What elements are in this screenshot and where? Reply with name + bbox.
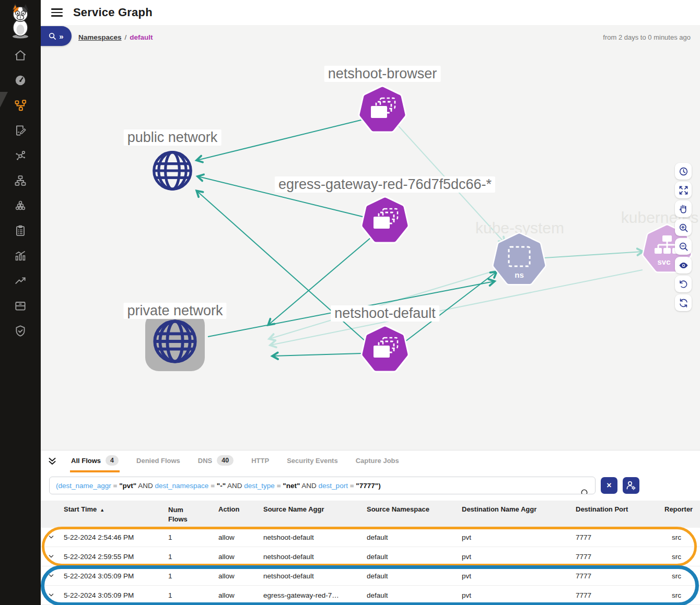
cell-dest-name-aggr: pvt	[462, 553, 576, 561]
cell-source-name-aggr: netshoot-default	[263, 553, 367, 561]
col-source-name-aggr[interactable]: Source Name Aggr	[263, 505, 367, 513]
cell-dest-port: 7777	[576, 533, 664, 541]
cell-reporter: src	[672, 591, 700, 599]
sidebar-item-trends[interactable]	[0, 268, 41, 293]
graph-toolbar	[675, 163, 692, 311]
table-row[interactable]: 5-22-2024 2:59:55 PM 1 allow netshoot-de…	[41, 547, 700, 566]
sidebar-item-clusters[interactable]	[0, 193, 41, 218]
cell-num-flows: 1	[168, 572, 218, 580]
zoom-in-button[interactable]	[675, 219, 692, 236]
tab-capture-jobs[interactable]: Capture Jobs	[355, 450, 400, 472]
node-label: egress-gateway-red-76d7f5dc66-*	[275, 176, 495, 193]
graph-edge[interactable]	[273, 353, 362, 356]
graph-edge[interactable]	[197, 120, 363, 160]
sidebar-item-security[interactable]	[0, 318, 41, 343]
refresh-icon	[679, 298, 689, 308]
cell-dest-port: 7777	[576, 591, 664, 599]
graph-node-egress-gateway[interactable]: egress-gateway-red-76d7f5dc66-*	[360, 196, 410, 246]
col-action[interactable]: Action	[218, 505, 263, 513]
table-row[interactable]: 5-22-2024 2:54:46 PM 1 allow netshoot-de…	[41, 528, 700, 547]
sidebar-item-dashboard[interactable]	[0, 68, 41, 93]
collapse-panel-button[interactable]	[47, 456, 57, 467]
sidebar-item-service-graph[interactable]	[0, 93, 41, 118]
table-row[interactable]: 5-22-2024 3:05:09 PM 1 allow netshoot-de…	[41, 566, 700, 586]
graph-node-public-network[interactable]: public network	[150, 149, 194, 193]
table-row[interactable]: 5-22-2024 3:05:09 PM 1 allow egress-gate…	[41, 586, 700, 605]
cell-source-name-aggr: netshoot-default	[263, 533, 367, 541]
graph-edge[interactable]	[544, 252, 643, 258]
undo-icon	[679, 279, 689, 289]
undo-button[interactable]	[675, 276, 692, 292]
col-source-namespace[interactable]: Source Namespace	[367, 505, 462, 513]
cell-source-name-aggr: netshoot-default	[263, 572, 367, 580]
graph-node-kube-system[interactable]: ns	[491, 232, 547, 288]
search-icon	[565, 481, 590, 494]
tab-badge: 40	[217, 455, 234, 466]
search-icon	[49, 32, 56, 40]
tab-denied-flows[interactable]: Denied Flows	[135, 450, 181, 472]
sidebar-item-storage[interactable]	[0, 293, 41, 318]
graph-node-netshoot-browser[interactable]: netshoot-browser	[357, 85, 407, 135]
col-num-flows[interactable]: Num Flows	[168, 505, 218, 524]
page-title: Service Graph	[73, 6, 153, 19]
dashboard-gauge-icon	[14, 74, 27, 87]
col-reporter[interactable]: Reporter	[664, 505, 700, 513]
endpoints-molecule-icon	[14, 149, 27, 162]
expand-row-icon[interactable]	[48, 534, 64, 540]
sidebar-item-home[interactable]	[0, 43, 41, 68]
globe-icon	[151, 317, 199, 365]
replicaset-icon	[360, 325, 410, 375]
cell-source-name-aggr: egress-gateway-red-7…	[263, 591, 367, 599]
time-range-label: from 2 days to 0 minutes ago	[603, 33, 691, 41]
cell-dest-port: 7777	[576, 572, 664, 580]
sidebar-item-policies[interactable]	[0, 118, 41, 143]
zoom-out-button[interactable]	[675, 238, 692, 255]
breadcrumb-namespaces-link[interactable]: Namespaces	[78, 33, 122, 41]
flows-panel: All Flows 4 Denied Flows DNS 40 HTTP Sec…	[41, 450, 700, 605]
sidebar-item-endpoints[interactable]	[0, 143, 41, 168]
sidebar-item-compliance[interactable]	[0, 218, 41, 243]
menu-icon[interactable]	[51, 6, 63, 19]
expand-row-icon[interactable]	[48, 592, 64, 598]
replicaset-icon	[357, 85, 407, 135]
tab-all-flows[interactable]: All Flows 4	[70, 450, 120, 472]
user-gear-icon	[626, 480, 636, 491]
security-shield-icon	[14, 324, 27, 338]
cell-dest-port: 7777	[576, 553, 664, 561]
graph-node-netshoot-default[interactable]: netshoot-default	[360, 325, 410, 375]
pan-button[interactable]	[675, 200, 692, 217]
sidebar-item-reports[interactable]	[0, 243, 41, 268]
tab-badge: 4	[106, 455, 119, 466]
graph-edge[interactable]	[271, 270, 643, 345]
policies-icon	[14, 124, 27, 137]
sidebar-item-network-topology[interactable]	[0, 168, 41, 193]
graph-search-button[interactable]: »	[41, 26, 72, 46]
col-dest-port[interactable]: Destination Port	[576, 505, 664, 513]
service-graph-canvas[interactable]: » Namespaces/default from 2 days to 0 mi…	[41, 25, 700, 450]
tab-dns[interactable]: DNS 40	[197, 450, 235, 472]
top-bar: Service Graph	[41, 0, 700, 25]
flows-filter-input[interactable]: (dest_name_aggr = "pvt" AND dest_namespa…	[49, 477, 596, 494]
tab-security-events[interactable]: Security Events	[286, 450, 339, 472]
time-button[interactable]	[675, 163, 692, 180]
user-settings-button[interactable]	[623, 477, 639, 494]
col-dest-name-aggr[interactable]: Destination Name Aggr	[462, 505, 576, 513]
col-start-time[interactable]: Start Time▲	[64, 505, 168, 513]
visibility-button[interactable]	[675, 257, 692, 274]
expand-row-icon[interactable]	[48, 553, 64, 560]
refresh-button[interactable]	[675, 294, 692, 311]
graph-node-private-network[interactable]: private network	[145, 312, 205, 371]
tab-http[interactable]: HTTP	[250, 450, 270, 472]
calico-cat-logo	[6, 3, 35, 39]
namespace-icon: ns	[491, 232, 547, 288]
expand-row-icon[interactable]	[48, 573, 64, 579]
node-label: private network	[123, 303, 226, 319]
home-icon	[14, 49, 27, 62]
fit-screen-button[interactable]	[675, 182, 692, 198]
clear-filter-button[interactable]: ×	[601, 477, 617, 494]
compliance-clipboard-icon	[14, 224, 27, 238]
cell-action: allow	[218, 572, 263, 580]
network-topology-icon	[14, 174, 27, 187]
trends-arrow-icon	[14, 274, 27, 288]
table-header-row: Start Time▲ Num Flows Action Source Name…	[41, 501, 700, 528]
